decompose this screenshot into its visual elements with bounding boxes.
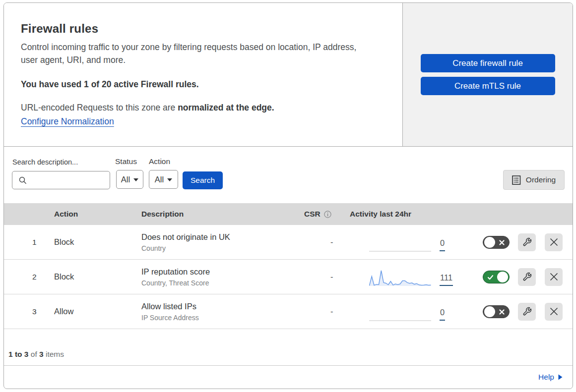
rule-fields: Country (141, 244, 301, 253)
description-column-header: Description (141, 210, 301, 219)
search-box[interactable] (12, 171, 110, 189)
header-text-area: Firewall rules Control incoming traffic … (4, 3, 402, 146)
search-input[interactable] (30, 172, 107, 188)
items-label: items (44, 350, 64, 358)
rule-action: Allow (54, 307, 141, 316)
items-total: 3 (39, 350, 44, 358)
csr-column-label: CSR (304, 210, 320, 219)
create-rule-panel: Create firewall rule Create mTLS rule (402, 3, 573, 146)
wrench-icon (522, 272, 532, 281)
rule-priority: 3 (4, 307, 54, 316)
help-link-label: Help (538, 373, 554, 382)
status-dropdown[interactable]: All (116, 170, 143, 189)
action-label: Action (149, 157, 170, 166)
search-button[interactable]: Search (183, 171, 223, 189)
edit-rule-button[interactable] (518, 268, 536, 286)
ordering-button[interactable]: Ordering (503, 170, 565, 190)
rule-activity-cell: 111 (346, 267, 456, 286)
create-mtls-rule-button[interactable]: Create mTLS rule (421, 77, 555, 95)
filter-bar: Search description... Status Action All … (4, 147, 573, 203)
items-count: 1 to 3 of 3 items (8, 350, 64, 359)
delete-x-icon (550, 273, 558, 281)
page-description: Control incoming traffic to your zone by… (21, 41, 371, 66)
action-dropdown[interactable]: All (149, 170, 178, 189)
chevron-down-icon (133, 178, 138, 181)
activity-count-link[interactable]: 111 (440, 273, 453, 286)
rule-controls (456, 233, 573, 251)
rule-description-cell: Allow listed IPs IP Source Address (141, 300, 301, 323)
header-section: Firewall rules Control incoming traffic … (4, 3, 573, 147)
configure-normalization-link[interactable]: Configure Normalization (21, 116, 114, 127)
rule-enabled-toggle[interactable] (483, 271, 510, 283)
toggle-x-icon (499, 239, 505, 246)
normalization-text: URL-encoded Requests to this zone are (21, 103, 178, 112)
activity-sparkline (369, 304, 431, 321)
rule-description: Allow listed IPs (141, 300, 301, 312)
normalization-bold-text: normalized at the edge. (178, 103, 274, 112)
activity-sparkline (369, 270, 431, 286)
help-arrow-icon (558, 374, 563, 380)
toggle-knob (484, 306, 495, 317)
edit-rule-button[interactable] (518, 233, 536, 251)
rule-fields: Country, Threat Score (141, 279, 301, 288)
rule-enabled-toggle[interactable] (483, 305, 510, 318)
rule-controls (456, 303, 573, 321)
rules-table: Action Description CSR Activity last 24h… (4, 203, 573, 329)
help-bar: Help (4, 365, 573, 389)
rule-action: Block (54, 272, 141, 281)
activity-count-link[interactable]: 0 (440, 238, 445, 251)
rule-fields: IP Source Address (141, 313, 301, 323)
rule-csr-value: - (301, 307, 346, 316)
action-column-header: Action (54, 210, 141, 219)
create-firewall-rule-button[interactable]: Create firewall rule (421, 54, 555, 72)
usage-notice: You have used 1 of 20 active Firewall ru… (21, 79, 199, 90)
delete-x-icon (550, 238, 558, 246)
table-row: 3 Allow Allow listed IPs IP Source Addre… (4, 294, 573, 329)
table-row: 2 Block IP reputation score Country, Thr… (4, 260, 573, 294)
wrench-icon (522, 237, 532, 247)
rule-activity-cell: 0 (346, 232, 456, 252)
status-label: Status (115, 157, 137, 166)
rule-priority: 2 (4, 273, 54, 281)
chevron-down-icon (167, 178, 172, 181)
wrench-icon (522, 307, 532, 316)
info-icon[interactable] (324, 211, 331, 218)
search-label: Search description... (12, 158, 78, 166)
rule-action: Block (54, 237, 141, 247)
delete-rule-button[interactable] (545, 268, 563, 286)
rule-csr-value: - (301, 272, 346, 281)
rule-description: IP reputation score (141, 266, 301, 278)
rule-enabled-toggle[interactable] (483, 236, 510, 249)
items-range: 1 to 3 (8, 350, 28, 358)
toggle-check-icon (487, 274, 494, 280)
ordering-list-icon (512, 175, 521, 185)
activity-count-link[interactable]: 0 (440, 308, 445, 321)
action-dropdown-value: All (155, 175, 164, 184)
ordering-button-label: Ordering (526, 175, 556, 184)
activity-column-header: Activity last 24hr (346, 210, 456, 219)
page-title: Firewall rules (21, 22, 98, 36)
edit-rule-button[interactable] (518, 303, 536, 321)
help-link[interactable]: Help (538, 373, 563, 382)
normalization-notice: URL-encoded Requests to this zone are no… (21, 103, 274, 113)
rule-activity-cell: 0 (346, 302, 456, 321)
items-of-text: of (28, 350, 39, 358)
rule-description-cell: IP reputation score Country, Threat Scor… (141, 266, 301, 288)
rule-controls (456, 268, 573, 286)
rule-priority: 1 (4, 238, 54, 247)
toggle-knob (497, 272, 508, 282)
toggle-knob (484, 237, 495, 248)
csr-column-header: CSR (301, 210, 346, 219)
delete-rule-button[interactable] (545, 303, 563, 321)
status-dropdown-value: All (121, 175, 130, 184)
firewall-rules-card: Firewall rules Control incoming traffic … (3, 2, 573, 389)
table-header-row: Action Description CSR Activity last 24h… (4, 203, 573, 225)
rule-description-cell: Does not originate in UK Country (141, 231, 301, 253)
delete-x-icon (550, 307, 558, 316)
delete-rule-button[interactable] (545, 233, 563, 251)
activity-sparkline (369, 235, 431, 252)
rule-csr-value: - (301, 237, 346, 247)
toggle-x-icon (499, 309, 505, 315)
search-icon (19, 176, 27, 184)
rule-description: Does not originate in UK (141, 231, 301, 243)
